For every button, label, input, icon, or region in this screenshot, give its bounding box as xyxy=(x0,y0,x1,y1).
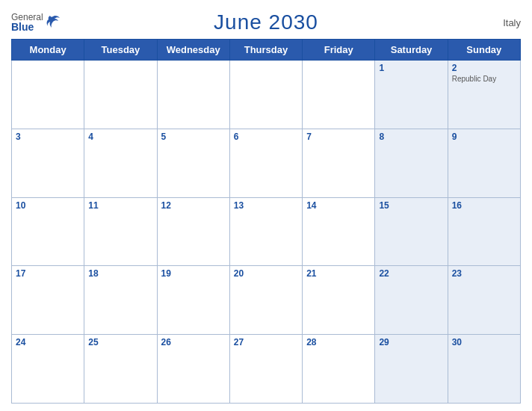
day-number: 3 xyxy=(16,132,80,142)
calendar-cell: 13 xyxy=(229,197,302,266)
weekday-header: Tuesday xyxy=(84,40,157,61)
calendar-cell: 6 xyxy=(229,129,302,197)
day-number: 12 xyxy=(161,200,226,211)
calendar-cell: 22 xyxy=(375,266,448,335)
day-number: 11 xyxy=(88,200,152,211)
day-number: 16 xyxy=(452,200,516,211)
weekday-header: Saturday xyxy=(375,40,448,61)
calendar-cell: 18 xyxy=(84,266,157,335)
logo: General Blue xyxy=(11,13,61,32)
calendar-cell: 3 xyxy=(12,129,84,197)
day-number: 14 xyxy=(306,200,371,211)
day-number: 30 xyxy=(452,337,516,347)
calendar-cell: 10 xyxy=(12,197,84,266)
day-number: 18 xyxy=(88,268,152,279)
calendar-cell: 29 xyxy=(375,335,448,404)
holiday-label: Republic Day xyxy=(452,75,516,83)
calendar-cell: 12 xyxy=(157,197,229,266)
bird-icon xyxy=(45,13,61,30)
day-number: 19 xyxy=(161,268,226,279)
calendar-cell: 5 xyxy=(157,129,229,197)
calendar-cell: 15 xyxy=(375,197,448,266)
calendar-cell: 27 xyxy=(229,335,302,404)
calendar-cell xyxy=(157,61,229,129)
calendar-cell: 17 xyxy=(12,266,84,335)
calendar-cell: 11 xyxy=(84,197,157,266)
calendar-cell: 21 xyxy=(303,266,375,335)
calendar-cell: 28 xyxy=(303,335,375,404)
calendar-header: General Blue June 2030 Italy xyxy=(11,7,521,34)
day-number: 7 xyxy=(306,132,371,142)
day-number: 27 xyxy=(234,337,298,347)
day-number: 6 xyxy=(234,132,298,142)
calendar-cell: 16 xyxy=(448,197,520,266)
calendar-week-row: 10111213141516 xyxy=(12,197,521,266)
day-number: 2 xyxy=(452,63,516,73)
day-number: 1 xyxy=(379,63,443,73)
calendar-cell: 19 xyxy=(157,266,229,335)
calendar-table: MondayTuesdayWednesdayThursdayFridaySatu… xyxy=(11,39,521,404)
day-number: 25 xyxy=(88,337,152,347)
day-number: 29 xyxy=(379,337,443,347)
calendar-cell: 26 xyxy=(157,335,229,404)
logo-blue: Blue xyxy=(11,22,43,32)
calendar-cell: 24 xyxy=(12,335,84,404)
weekday-header: Monday xyxy=(12,40,84,61)
page-title: June 2030 xyxy=(214,10,318,34)
calendar-week-row: 24252627282930 xyxy=(12,335,521,404)
day-number: 8 xyxy=(379,132,443,142)
weekday-header: Thursday xyxy=(229,40,302,61)
day-number: 28 xyxy=(306,337,371,347)
calendar-cell: 1 xyxy=(375,61,448,129)
weekday-header: Wednesday xyxy=(157,40,229,61)
calendar-cell xyxy=(229,61,302,129)
day-number: 20 xyxy=(234,268,298,279)
weekday-header: Sunday xyxy=(448,40,520,61)
calendar-cell xyxy=(12,61,84,129)
country-label: Italy xyxy=(503,17,521,28)
day-number: 23 xyxy=(452,268,516,279)
calendar-cell: 23 xyxy=(448,266,520,335)
day-number: 21 xyxy=(306,268,371,279)
calendar-cell xyxy=(303,61,375,129)
calendar-cell: 4 xyxy=(84,129,157,197)
calendar-cell: 30 xyxy=(448,335,520,404)
weekday-header-row: MondayTuesdayWednesdayThursdayFridaySatu… xyxy=(12,40,521,61)
calendar-cell: 8 xyxy=(375,129,448,197)
calendar-week-row: 17181920212223 xyxy=(12,266,521,335)
day-number: 9 xyxy=(452,132,516,142)
calendar-cell xyxy=(84,61,157,129)
day-number: 17 xyxy=(16,268,80,279)
day-number: 10 xyxy=(16,200,80,211)
day-number: 5 xyxy=(161,132,226,142)
calendar-cell: 20 xyxy=(229,266,302,335)
day-number: 26 xyxy=(161,337,226,347)
calendar-cell: 7 xyxy=(303,129,375,197)
calendar-cell: 25 xyxy=(84,335,157,404)
day-number: 24 xyxy=(16,337,80,347)
calendar-week-row: 12Republic Day xyxy=(12,61,521,129)
calendar-cell: 9 xyxy=(448,129,520,197)
day-number: 15 xyxy=(379,200,443,211)
weekday-header: Friday xyxy=(303,40,375,61)
calendar-week-row: 3456789 xyxy=(12,129,521,197)
day-number: 22 xyxy=(379,268,443,279)
day-number: 4 xyxy=(88,132,152,142)
calendar-cell: 2Republic Day xyxy=(448,61,520,129)
day-number: 13 xyxy=(234,200,298,211)
calendar-cell: 14 xyxy=(303,197,375,266)
